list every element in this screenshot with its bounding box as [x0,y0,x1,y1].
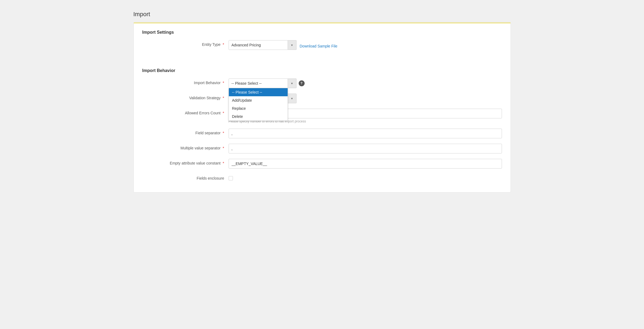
dropdown-option-add-update[interactable]: Add/Update [229,96,288,104]
empty-attribute-row: Empty attribute value constant * [142,159,502,169]
entity-type-select[interactable]: Advanced Pricing [229,40,288,50]
empty-attribute-control [229,159,502,169]
dropdown-arrow-icon-2: ▼ [291,82,293,85]
multiple-separator-row: Multiple value separator * [142,144,502,153]
page-title: Import [133,11,511,18]
import-settings-title: Import Settings [142,30,502,35]
import-settings-section: Import Settings Entity Type * Advanced P… [134,23,511,62]
multiple-separator-label: Multiple value separator * [142,144,229,150]
import-behavior-title: Import Behavior [142,68,502,73]
required-star-5: * [223,131,224,135]
dropdown-arrow-icon-3: ▼ [291,97,293,100]
behavior-control: -- Please Select -- Add/Update Replace D… [229,78,502,88]
download-sample-link[interactable]: Download Sample File [300,42,338,48]
behavior-select[interactable]: -- Please Select -- Add/Update Replace D… [229,78,288,88]
multiple-separator-input[interactable] [229,144,502,153]
required-star-2: * [223,81,224,85]
dropdown-option-replace[interactable]: Replace [229,104,288,112]
validation-strategy-label: Validation Strategy * [142,94,229,100]
fields-enclosure-row: Fields enclosure [142,174,502,180]
field-separator-label: Field separator * [142,129,229,135]
entity-type-control: Advanced Pricing ▼ Download Sample File [229,40,502,50]
entity-type-select-wrapper: Advanced Pricing ▼ [229,40,297,50]
errors-count-row: Allowed Errors Count * Please specify nu… [142,109,502,123]
validation-dropdown-btn[interactable]: ▼ [288,94,297,103]
dropdown-arrow-icon: ▼ [291,44,293,47]
field-separator-row: Field separator * [142,129,502,138]
empty-attribute-input[interactable] [229,159,502,169]
field-separator-input[interactable] [229,129,502,138]
behavior-dropdown-btn[interactable]: ▼ [288,78,297,88]
main-card: Import Settings Entity Type * Advanced P… [133,22,511,193]
behavior-row: Import Behavior * -- Please Select -- Ad… [142,78,502,88]
entity-type-dropdown-btn[interactable]: ▼ [288,40,297,50]
required-star: * [223,42,224,47]
required-star-4: * [223,111,224,115]
import-behavior-section: Import Behavior Import Behavior * -- Ple… [134,62,511,192]
required-star-3: * [223,96,224,100]
validation-strategy-row: Validation Strategy * -- Please Select -… [142,94,502,103]
required-star-6: * [223,146,224,150]
help-icon[interactable]: ? [299,80,305,86]
empty-attribute-label: Empty attribute value constant * [142,159,229,165]
fields-enclosure-control [229,174,502,180]
fields-enclosure-checkbox-wrapper [229,174,502,180]
behavior-dropdown-menu: -- Please Select -- Add/Update Replace D… [229,88,288,121]
entity-type-row: Entity Type * Advanced Pricing ▼ [142,40,502,50]
fields-enclosure-checkbox[interactable] [229,176,233,180]
field-separator-control [229,129,502,138]
dropdown-option-please-select[interactable]: -- Please Select -- [229,88,288,96]
behavior-select-wrapper: -- Please Select -- Add/Update Replace D… [229,78,297,88]
behavior-label: Import Behavior * [142,78,229,85]
page-wrapper: Import Import Settings Entity Type * Adv… [133,11,511,193]
errors-count-label: Allowed Errors Count * [142,109,229,115]
fields-enclosure-label: Fields enclosure [142,174,229,180]
behavior-controls: -- Please Select -- Add/Update Replace D… [229,78,502,88]
entity-type-label: Entity Type * [142,40,229,47]
multiple-separator-control [229,144,502,153]
required-star-7: * [223,161,224,165]
dropdown-option-delete[interactable]: Delete [229,112,288,121]
